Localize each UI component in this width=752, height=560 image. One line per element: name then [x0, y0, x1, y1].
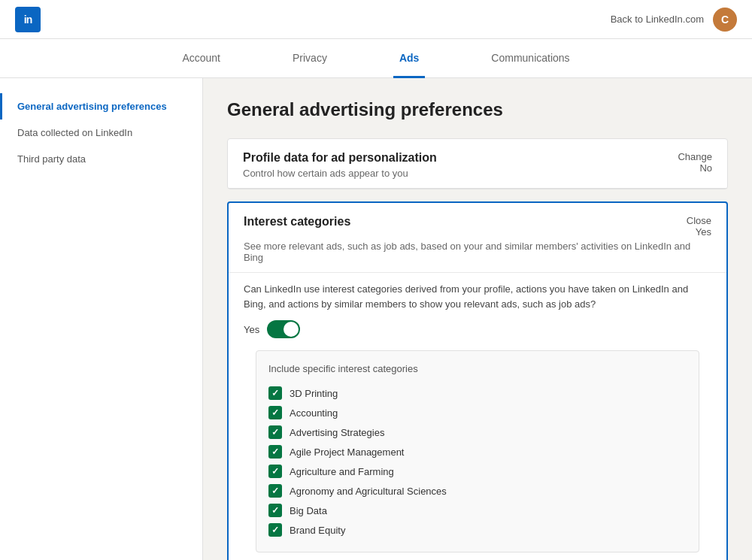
category-item-advertising-strategies[interactable]: Advertising Strategies: [268, 422, 687, 442]
profile-data-section: Profile data for ad personalization Cont…: [227, 138, 728, 189]
profile-data-text: Profile data for ad personalization Cont…: [243, 151, 437, 179]
tab-privacy[interactable]: Privacy: [287, 40, 333, 78]
category-label-advertising-strategies: Advertising Strategies: [290, 427, 384, 438]
category-item-agile-project-management[interactable]: Agile Project Management: [268, 442, 687, 462]
interest-close-label[interactable]: Close: [687, 215, 711, 226]
category-label-big-data: Big Data: [290, 505, 327, 516]
main-content: General advertising preferences Profile …: [203, 78, 752, 560]
profile-data-action-value: No: [678, 162, 712, 174]
interest-categories-action[interactable]: Close Yes: [687, 215, 711, 238]
linkedin-logo: in: [15, 7, 41, 32]
toggle-row: Yes: [244, 320, 711, 338]
toggle-slider[interactable]: [267, 320, 300, 338]
profile-data-action[interactable]: Change No: [678, 151, 712, 174]
top-bar: in Back to LinkedIn.com C: [0, 0, 752, 39]
back-to-linkedin-link[interactable]: Back to LinkedIn.com: [611, 14, 704, 25]
tab-communications[interactable]: Communications: [485, 40, 575, 78]
checkbox-agriculture-and-farming[interactable]: [268, 465, 282, 478]
category-item-3d-printing[interactable]: 3D Printing: [268, 383, 687, 403]
profile-data-header: Profile data for ad personalization Cont…: [228, 139, 727, 189]
interest-categories-description: See more relevant ads, such as job ads, …: [229, 241, 726, 272]
category-label-agriculture-and-farming: Agriculture and Farming: [290, 466, 394, 477]
toggle-description-text: Can LinkedIn use interest categories der…: [244, 282, 711, 311]
categories-label: Include specific interest categories: [268, 363, 687, 374]
checkbox-advertising-strategies[interactable]: [268, 425, 282, 439]
category-label-agile-project-management: Agile Project Management: [290, 446, 404, 458]
avatar[interactable]: C: [713, 8, 737, 32]
sidebar-item-collected[interactable]: Data collected on LinkedIn: [0, 120, 202, 146]
tab-account[interactable]: Account: [176, 40, 226, 78]
checkbox-accounting[interactable]: [268, 406, 282, 419]
categories-box: Include specific interest categories 3D …: [256, 350, 699, 552]
profile-data-description: Control how certain ads appear to you: [243, 168, 437, 179]
toggle-label: Yes: [244, 324, 259, 335]
checkbox-agile-project-management[interactable]: [268, 445, 282, 459]
checkbox-brand-equity[interactable]: [268, 523, 282, 537]
tab-ads[interactable]: Ads: [393, 40, 425, 78]
category-item-agriculture-and-farming[interactable]: Agriculture and Farming: [268, 462, 687, 481]
sidebar-item-general[interactable]: General advertising preferences: [0, 93, 202, 120]
layout: General advertising preferences Data col…: [0, 78, 752, 560]
nav-tabs: Account Privacy Ads Communications: [0, 39, 752, 78]
checkbox-3d-printing[interactable]: [268, 386, 282, 400]
checkbox-big-data[interactable]: [268, 504, 282, 517]
category-label-3d-printing: 3D Printing: [290, 388, 338, 399]
interest-categories-section: Interest categories Close Yes See more r…: [227, 201, 728, 560]
category-item-big-data[interactable]: Big Data: [268, 501, 687, 520]
sidebar-item-third-party[interactable]: Third party data: [0, 146, 202, 172]
checkbox-agronomy[interactable]: [268, 484, 282, 498]
profile-data-title: Profile data for ad personalization: [243, 151, 437, 165]
category-label-agronomy: Agronomy and Agricultural Sciences: [290, 486, 447, 497]
top-bar-right: Back to LinkedIn.com C: [611, 8, 737, 32]
category-item-accounting[interactable]: Accounting: [268, 403, 687, 422]
sidebar: General advertising preferences Data col…: [0, 78, 203, 560]
page-title: General advertising preferences: [227, 99, 728, 120]
category-item-brand-equity[interactable]: Brand Equity: [268, 520, 687, 540]
profile-data-action-label[interactable]: Change: [678, 151, 712, 162]
category-label-accounting: Accounting: [290, 407, 338, 419]
interest-categories-header: Interest categories Close Yes: [229, 203, 726, 241]
interest-categories-text: Interest categories: [244, 215, 350, 229]
interest-toggle[interactable]: [267, 320, 300, 338]
interest-toggle-section: Can LinkedIn use interest categories der…: [229, 272, 726, 560]
category-item-agronomy[interactable]: Agronomy and Agricultural Sciences: [268, 481, 687, 501]
interest-categories-title: Interest categories: [244, 215, 350, 229]
category-label-brand-equity: Brand Equity: [290, 525, 345, 536]
interest-action-value: Yes: [687, 226, 711, 238]
